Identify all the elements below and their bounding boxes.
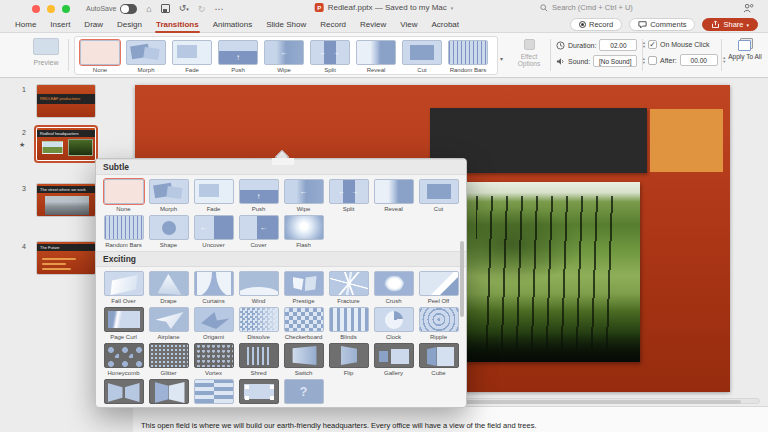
transition-option-page-curl[interactable]: Page Curl — [101, 306, 146, 340]
tab-draw[interactable]: Draw — [77, 18, 110, 32]
tab-transitions[interactable]: Transitions — [149, 18, 206, 32]
transition-option-flip[interactable]: Flip — [326, 342, 371, 376]
transition-option-zoom[interactable] — [236, 378, 281, 406]
transition-option-ripple[interactable]: Ripple — [416, 306, 461, 340]
tab-design[interactable]: Design — [110, 18, 149, 32]
transition-option-wipe[interactable]: Wipe — [281, 178, 326, 212]
transition-option-switch[interactable]: Switch — [281, 342, 326, 376]
transition-option-airplane[interactable]: Airplane — [146, 306, 191, 340]
transition-option-morph[interactable]: Morph — [146, 178, 191, 212]
after-checkbox[interactable] — [648, 56, 657, 65]
zoom-window-button[interactable] — [62, 5, 70, 13]
share-people-icon[interactable] — [743, 3, 754, 13]
transition-option-drape[interactable]: Drape — [146, 270, 191, 304]
home-icon[interactable]: ⌂ — [146, 4, 151, 14]
transition-option-uncover[interactable]: Uncover — [191, 214, 236, 248]
transition-option-push[interactable]: Push — [236, 178, 281, 212]
apply-to-all-button[interactable]: Apply To All — [727, 38, 763, 60]
transition-option-morph[interactable]: Morph — [123, 39, 169, 73]
notes-pane[interactable]: This open field is where we will build o… — [133, 406, 768, 432]
slide-thumbnail-1[interactable]: REDLEAF productions — [36, 84, 96, 118]
transition-option-vortex[interactable]: Vortex — [191, 342, 236, 376]
record-button[interactable]: Record — [570, 18, 622, 31]
transition-option-fracture[interactable]: Fracture — [326, 270, 371, 304]
transition-option-dissolve[interactable]: Dissolve — [236, 306, 281, 340]
transition-option-checkerboard[interactable]: Checkerboard — [281, 306, 326, 340]
autosave-toggle[interactable] — [120, 4, 137, 14]
transition-option-box[interactable] — [146, 378, 191, 406]
transition-option-doors[interactable] — [101, 378, 146, 406]
transition-option-origami[interactable]: Origami — [191, 306, 236, 340]
transition-option-wipe[interactable]: Wipe — [261, 39, 307, 73]
glitter-transition-icon — [149, 343, 189, 368]
none-transition-icon — [104, 179, 144, 204]
minimize-window-button[interactable] — [47, 5, 55, 13]
slide-thumbnail-2[interactable]: Redleaf headquarters — [36, 127, 96, 161]
close-window-button[interactable] — [32, 5, 40, 13]
transition-option-shape[interactable]: Shape — [146, 214, 191, 248]
tab-insert[interactable]: Insert — [43, 18, 77, 32]
tab-record[interactable]: Record — [313, 18, 353, 32]
transition-option-cut[interactable]: Cut — [399, 39, 445, 73]
tab-slide-show[interactable]: Slide Show — [259, 18, 313, 32]
tab-animations[interactable]: Animations — [206, 18, 260, 32]
transition-option-reveal[interactable]: Reveal — [371, 178, 416, 212]
slide-thumbnail-3[interactable]: The street where we work — [36, 183, 96, 217]
transition-option-blinds[interactable]: Blinds — [326, 306, 371, 340]
transition-option-push[interactable]: Push — [215, 39, 261, 73]
search-input[interactable]: Search (Cmd + Ctrl + U) — [540, 3, 690, 12]
redo-icon[interactable]: ↻ — [198, 4, 206, 14]
tab-review[interactable]: Review — [353, 18, 393, 32]
transition-option-clock[interactable]: Clock — [371, 306, 416, 340]
transition-option-cube[interactable]: Cube — [416, 342, 461, 376]
transition-option-peel-off[interactable]: Peel Off — [416, 270, 461, 304]
share-button[interactable]: Share ▾ — [702, 18, 758, 31]
gallery-more-button[interactable]: ▾ — [500, 55, 503, 62]
morph-transition-icon — [126, 40, 166, 65]
transition-option-honeycomb[interactable]: Honeycomb — [101, 342, 146, 376]
transition-option-fall-over[interactable]: Fall Over — [101, 270, 146, 304]
transition-option-glitter[interactable]: Glitter — [146, 342, 191, 376]
transition-option-random-bars[interactable]: Random Bars — [101, 214, 146, 248]
transition-option-fade[interactable]: Fade — [169, 39, 215, 73]
transition-option-wind[interactable]: Wind — [236, 270, 281, 304]
switch-transition-icon — [284, 343, 324, 368]
transition-option-reveal[interactable]: Reveal — [353, 39, 399, 73]
transition-option-cut[interactable]: Cut — [416, 178, 461, 212]
transition-option-flash[interactable]: Flash — [281, 214, 326, 248]
transition-option-split[interactable]: Split — [307, 39, 353, 73]
transition-option-prestige[interactable]: Prestige — [281, 270, 326, 304]
transition-option-curtains[interactable]: Curtains — [191, 270, 236, 304]
transition-option-split[interactable]: Split — [326, 178, 371, 212]
dropdown-scrollbar[interactable] — [460, 241, 464, 317]
transition-option-shred[interactable]: Shred — [236, 342, 281, 376]
box-transition-icon — [149, 379, 189, 404]
duration-input[interactable]: 02.00 — [599, 39, 637, 51]
transition-option-comb[interactable] — [191, 378, 236, 406]
more-commands-icon[interactable]: ⋯ — [214, 4, 223, 14]
sound-input[interactable]: [No Sound] — [593, 55, 637, 67]
transition-option-random[interactable] — [281, 378, 326, 406]
effect-options-button[interactable]: Effect Options — [512, 39, 546, 67]
tab-acrobat[interactable]: Acrobat — [424, 18, 466, 32]
after-input[interactable]: 00.00 — [680, 54, 718, 66]
transition-option-fade[interactable]: Fade — [191, 178, 236, 212]
save-icon[interactable] — [161, 4, 170, 13]
tab-home[interactable]: Home — [8, 18, 43, 32]
transition-option-crush[interactable]: Crush — [371, 270, 416, 304]
comments-button[interactable]: Comments — [629, 18, 695, 31]
transition-option-cover[interactable]: Cover — [236, 214, 281, 248]
autosave-label: AutoSave — [86, 5, 116, 12]
slide-accent-square[interactable] — [650, 109, 723, 172]
share-chevron-icon: ▾ — [746, 22, 749, 28]
tab-view[interactable]: View — [393, 18, 424, 32]
transition-option-random-bars[interactable]: Random Bars — [445, 39, 491, 73]
preview-button[interactable]: Preview — [26, 38, 66, 66]
undo-icon[interactable]: ↺▾ — [179, 3, 189, 14]
slide-thumbnail-4[interactable]: The Future — [36, 241, 96, 275]
transition-option-none[interactable]: None — [77, 39, 123, 73]
transition-option-none[interactable]: None — [101, 178, 146, 212]
transition-option-gallery[interactable]: Gallery — [371, 342, 416, 376]
on-mouse-click-checkbox[interactable]: ✓ — [648, 40, 657, 49]
document-title[interactable]: P Redleaf.pptx — Saved to my Mac ▾ — [315, 3, 454, 12]
